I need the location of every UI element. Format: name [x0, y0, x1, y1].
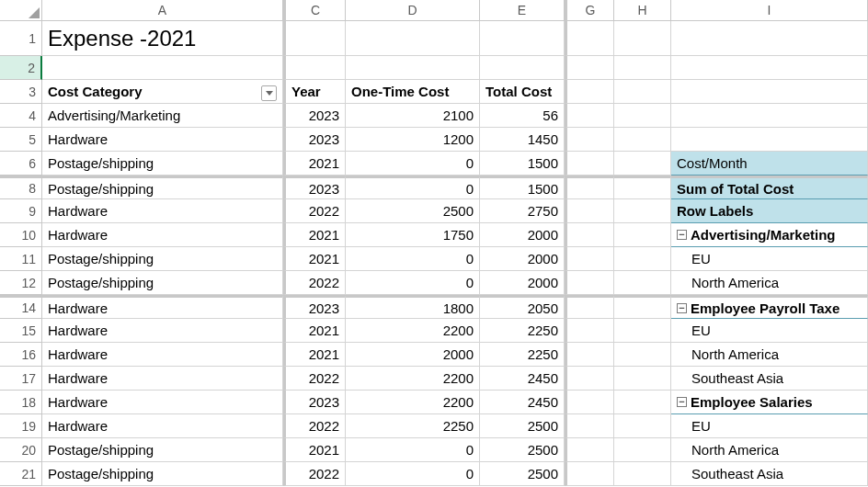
row-header-4[interactable]: 4: [0, 104, 42, 128]
cell-year-5[interactable]: 2023: [283, 128, 346, 152]
cell-C2[interactable]: [283, 56, 346, 80]
cell-H11[interactable]: [614, 247, 671, 271]
row-header-18[interactable]: 18: [0, 391, 42, 414]
col-header-H[interactable]: H: [614, 0, 671, 21]
col-header-G[interactable]: G: [565, 0, 614, 21]
cell-G12[interactable]: [565, 271, 614, 295]
row-header-19[interactable]: 19: [0, 414, 42, 438]
pivot-group-0[interactable]: −Advertising/Marketing: [671, 223, 868, 247]
cell-year-21[interactable]: 2022: [283, 462, 346, 486]
cell-cost-category-6[interactable]: Postage/shipping: [42, 152, 283, 176]
cell-G11[interactable]: [565, 247, 614, 271]
cell-H15[interactable]: [614, 319, 671, 343]
cell-one-time-14[interactable]: 1800: [346, 295, 480, 319]
cell-H1[interactable]: [614, 21, 671, 56]
cell-cost-category-4[interactable]: Advertising/Marketing: [42, 104, 283, 128]
pivot-group-1[interactable]: −Employee Payroll Taxe: [671, 295, 868, 319]
cell-I5[interactable]: [671, 128, 868, 152]
col-header-A[interactable]: A: [42, 0, 283, 21]
cell-one-time-21[interactable]: 0: [346, 462, 480, 486]
cell-year-9[interactable]: 2022: [283, 199, 346, 223]
cell-cost-category-10[interactable]: Hardware: [42, 223, 283, 247]
cell-cost-category-20[interactable]: Postage/shipping: [42, 438, 283, 462]
cell-H5[interactable]: [614, 128, 671, 152]
col-header-D[interactable]: D: [346, 0, 480, 21]
pivot-header-head2[interactable]: Sum of Total Cost: [671, 176, 868, 199]
pivot-item-1-0[interactable]: EU: [671, 319, 868, 343]
cell-G19[interactable]: [565, 414, 614, 438]
cell-one-time-18[interactable]: 2200: [346, 391, 480, 414]
cell-total-8[interactable]: 1500: [480, 176, 565, 199]
cell-total-21[interactable]: 2500: [480, 462, 565, 486]
cell-H2[interactable]: [614, 56, 671, 80]
cell-H9[interactable]: [614, 199, 671, 223]
col-header-C[interactable]: C: [283, 0, 346, 21]
cell-cost-category-15[interactable]: Hardware: [42, 319, 283, 343]
cell-G4[interactable]: [565, 104, 614, 128]
row-header-17[interactable]: 17: [0, 367, 42, 391]
cell-H12[interactable]: [614, 271, 671, 295]
col-header-E[interactable]: E: [480, 0, 565, 21]
cell-G8[interactable]: [565, 176, 614, 199]
cell-cost-category-11[interactable]: Postage/shipping: [42, 247, 283, 271]
cell-H6[interactable]: [614, 152, 671, 176]
filter-button-cost-category[interactable]: [261, 85, 277, 101]
pivot-header-head3[interactable]: Row Labels: [671, 199, 868, 223]
cell-year-16[interactable]: 2021: [283, 343, 346, 367]
cell-I4[interactable]: [671, 104, 868, 128]
cell-year-18[interactable]: 2023: [283, 391, 346, 414]
cell-total-17[interactable]: 2450: [480, 367, 565, 391]
cell-cost-category-9[interactable]: Hardware: [42, 199, 283, 223]
cell-year-17[interactable]: 2022: [283, 367, 346, 391]
cell-I1[interactable]: [671, 21, 868, 56]
cell-H3[interactable]: [614, 80, 671, 104]
cell-G14[interactable]: [565, 295, 614, 319]
pivot-group-2[interactable]: −Employee Salaries: [671, 391, 868, 414]
row-header-6[interactable]: 6: [0, 152, 42, 176]
cell-total-18[interactable]: 2450: [480, 391, 565, 414]
cell-total-19[interactable]: 2500: [480, 414, 565, 438]
cell-H17[interactable]: [614, 367, 671, 391]
cell-total-9[interactable]: 2750: [480, 199, 565, 223]
cell-year-8[interactable]: 2023: [283, 176, 346, 199]
row-header-3[interactable]: 3: [0, 80, 42, 104]
row-header-1[interactable]: 1: [0, 21, 42, 56]
cell-year-11[interactable]: 2021: [283, 247, 346, 271]
row-header-14[interactable]: 14: [0, 295, 42, 319]
cell-one-time-5[interactable]: 1200: [346, 128, 480, 152]
cell-H10[interactable]: [614, 223, 671, 247]
cell-G18[interactable]: [565, 391, 614, 414]
cell-year-10[interactable]: 2021: [283, 223, 346, 247]
cell-cost-category-5[interactable]: Hardware: [42, 128, 283, 152]
cell-cost-category-8[interactable]: Postage/shipping: [42, 176, 283, 199]
row-header-2[interactable]: 2: [0, 56, 42, 80]
cell-I3[interactable]: [671, 80, 868, 104]
row-header-11[interactable]: 11: [0, 247, 42, 271]
header-one-time-cost[interactable]: One-Time Cost: [346, 80, 480, 104]
row-header-21[interactable]: 21: [0, 462, 42, 486]
row-header-8[interactable]: 8: [0, 176, 42, 199]
cell-A2[interactable]: [42, 56, 283, 80]
cell-G17[interactable]: [565, 367, 614, 391]
cell-total-10[interactable]: 2000: [480, 223, 565, 247]
cell-H18[interactable]: [614, 391, 671, 414]
cell-D2[interactable]: [346, 56, 480, 80]
pivot-item-1-1[interactable]: North America: [671, 343, 868, 367]
cell-one-time-9[interactable]: 2500: [346, 199, 480, 223]
cell-cost-category-12[interactable]: Postage/shipping: [42, 271, 283, 295]
cell-year-19[interactable]: 2022: [283, 414, 346, 438]
cell-G9[interactable]: [565, 199, 614, 223]
cell-one-time-15[interactable]: 2200: [346, 319, 480, 343]
cell-G2[interactable]: [565, 56, 614, 80]
row-header-5[interactable]: 5: [0, 128, 42, 152]
cell-cost-category-17[interactable]: Hardware: [42, 367, 283, 391]
cell-E2[interactable]: [480, 56, 565, 80]
cell-total-14[interactable]: 2050: [480, 295, 565, 319]
cell-year-14[interactable]: 2023: [283, 295, 346, 319]
cell-cost-category-18[interactable]: Hardware: [42, 391, 283, 414]
row-header-15[interactable]: 15: [0, 319, 42, 343]
cell-total-4[interactable]: 56: [480, 104, 565, 128]
row-header-12[interactable]: 12: [0, 271, 42, 295]
cell-year-6[interactable]: 2021: [283, 152, 346, 176]
row-header-9[interactable]: 9: [0, 199, 42, 223]
